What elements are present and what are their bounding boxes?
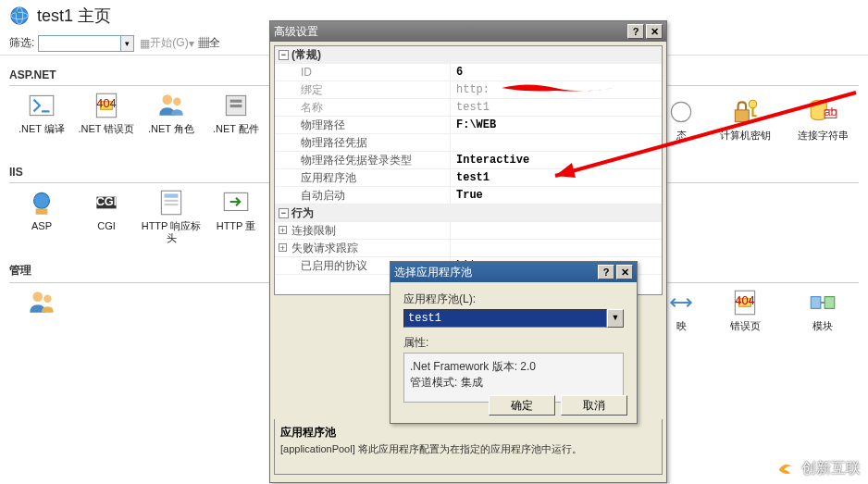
icon-mgmt-item[interactable] bbox=[9, 283, 74, 354]
icon-http-redirect[interactable]: HTTP 重 bbox=[204, 183, 268, 254]
prop-id-val[interactable]: 6 bbox=[451, 64, 662, 81]
select-apppool-dialog: 选择应用程序池 ? ✕ 应用程序池(L): test1 ▼ 属性: .Net F… bbox=[390, 261, 638, 424]
mgmt-icon bbox=[26, 287, 57, 318]
svg-rect-27 bbox=[165, 193, 179, 197]
icon-mapping-partial[interactable]: 映 bbox=[663, 283, 700, 354]
prop-failreq-name[interactable]: +失败请求跟踪 bbox=[275, 240, 451, 256]
svg-point-0 bbox=[11, 7, 28, 24]
combo-dropdown-button[interactable]: ▼ bbox=[607, 309, 624, 328]
svg-text:404: 404 bbox=[96, 96, 116, 110]
watermark: 创新互联 bbox=[775, 458, 861, 478]
svg-text:CGI: CGI bbox=[96, 194, 118, 208]
icon-asp[interactable]: ASP bbox=[9, 183, 74, 254]
svg-rect-11 bbox=[230, 105, 242, 107]
icon-modules[interactable]: 模块 bbox=[790, 283, 855, 354]
dialog-titlebar[interactable]: 高级设置 ? ✕ bbox=[270, 21, 666, 42]
category-behavior[interactable]: 行为 bbox=[275, 205, 662, 222]
icon-status-partial[interactable]: 态 bbox=[663, 93, 700, 163]
page-title: test1 主页 bbox=[37, 5, 111, 27]
svg-rect-46 bbox=[735, 110, 749, 122]
prop-name-val[interactable]: test1 bbox=[451, 99, 662, 116]
watermark-text: 创新互联 bbox=[801, 459, 861, 478]
select-dialog-title: 选择应用程序池 bbox=[394, 265, 472, 280]
right-column: 态 计算机密钥 ab连接字符串 映 404错误页 模块 bbox=[663, 93, 855, 354]
prop-id-name: ID bbox=[275, 64, 451, 81]
prop-path-name: 物理路径 bbox=[275, 117, 451, 133]
property-description: 应用程序池 [applicationPool] 将此应用程序配置为在指定的应用程… bbox=[274, 419, 663, 475]
help-button[interactable]: ? bbox=[627, 24, 644, 39]
icon-machine-key[interactable]: 计算机密钥 bbox=[713, 93, 777, 163]
headers-icon bbox=[155, 187, 187, 218]
category-general[interactable]: (常规) bbox=[275, 46, 662, 64]
prop-logon-name: 物理路径凭据登录类型 bbox=[275, 152, 451, 168]
icon-conn-strings[interactable]: ab连接字符串 bbox=[790, 93, 855, 163]
ok-button[interactable]: 确定 bbox=[489, 395, 555, 416]
prop-cred-val[interactable] bbox=[451, 134, 662, 151]
modules-icon bbox=[807, 287, 838, 318]
svg-rect-28 bbox=[165, 200, 179, 202]
roles-icon bbox=[155, 90, 187, 121]
prop-apppool-name: 应用程序池 bbox=[275, 169, 451, 186]
status-icon bbox=[665, 96, 697, 128]
prop-apppool-val[interactable]: test1 bbox=[451, 169, 662, 186]
svg-rect-10 bbox=[230, 100, 242, 103]
apppool-combo-value: test1 bbox=[403, 309, 607, 328]
icon-net-assemblies[interactable]: .NET 配件 bbox=[204, 86, 268, 156]
svg-point-22 bbox=[34, 192, 50, 208]
select-close-button[interactable]: ✕ bbox=[616, 265, 633, 279]
prop-path-val[interactable]: F:\WEB bbox=[451, 117, 662, 133]
svg-rect-55 bbox=[825, 297, 835, 309]
prop-binding-name: 绑定 bbox=[275, 81, 451, 98]
mapping-icon bbox=[665, 287, 697, 318]
cancel-button[interactable]: 取消 bbox=[561, 395, 627, 416]
svg-point-7 bbox=[162, 94, 172, 105]
svg-text:ab: ab bbox=[824, 105, 837, 118]
icon-error-pages2[interactable]: 404错误页 bbox=[713, 283, 777, 354]
svg-text:404: 404 bbox=[735, 293, 754, 307]
desc-title: 应用程序池 bbox=[280, 425, 656, 441]
prop-connlimit-val[interactable] bbox=[451, 222, 662, 239]
prop-cred-name: 物理路径凭据 bbox=[275, 134, 451, 151]
prop-name-name: 名称 bbox=[275, 99, 451, 116]
desc-text: [applicationPool] 将此应用程序配置为在指定的应用程序池中运行。 bbox=[280, 442, 656, 456]
compile-icon bbox=[26, 90, 57, 121]
svg-point-47 bbox=[749, 100, 757, 108]
filter-input[interactable] bbox=[38, 35, 121, 52]
select-help-button[interactable]: ? bbox=[598, 265, 614, 279]
dialog-title-text: 高级设置 bbox=[274, 24, 318, 40]
error-pages-icon: 404 bbox=[729, 287, 761, 318]
icon-net-roles[interactable]: .NET 角色 bbox=[139, 86, 204, 156]
filter-show-all[interactable]: ▦全 bbox=[198, 35, 220, 51]
filter-dropdown-button[interactable]: ▾ bbox=[121, 35, 134, 52]
svg-point-44 bbox=[43, 295, 52, 304]
svg-rect-29 bbox=[165, 204, 179, 205]
prop-connlimit-name[interactable]: +连接限制 bbox=[275, 222, 451, 239]
redaction-mark bbox=[500, 80, 620, 96]
filter-go[interactable]: ▦ 开始(G) ▾ bbox=[140, 35, 193, 51]
props-label: 属性: bbox=[403, 335, 624, 351]
svg-rect-23 bbox=[36, 208, 48, 214]
icon-net-compile[interactable]: .NET 编译 bbox=[9, 86, 74, 156]
svg-point-45 bbox=[671, 102, 690, 121]
svg-rect-54 bbox=[811, 297, 821, 309]
props-line1: .Net Framework 版本: 2.0 bbox=[410, 359, 617, 375]
icon-cgi[interactable]: CGICGI bbox=[74, 183, 139, 254]
select-dialog-titlebar[interactable]: 选择应用程序池 ? ✕ bbox=[391, 262, 637, 282]
globe-icon bbox=[9, 6, 30, 26]
watermark-logo-icon bbox=[775, 458, 796, 478]
filter-label: 筛选: bbox=[9, 35, 34, 51]
error-page-icon: 404 bbox=[91, 90, 122, 121]
apppool-combobox[interactable]: test1 ▼ bbox=[403, 309, 624, 328]
close-button[interactable]: ✕ bbox=[646, 24, 663, 39]
prop-autostart-val[interactable]: True bbox=[451, 187, 662, 204]
icon-net-error[interactable]: 404.NET 错误页 bbox=[74, 86, 139, 156]
icon-http-headers[interactable]: HTTP 响应标头 bbox=[139, 183, 204, 254]
machine-key-icon bbox=[729, 96, 761, 128]
cgi-icon: CGI bbox=[91, 187, 122, 218]
prop-logon-val[interactable]: Interactive bbox=[451, 152, 662, 168]
apppool-label: 应用程序池(L): bbox=[403, 292, 624, 307]
prop-failreq-val[interactable] bbox=[451, 240, 662, 256]
props-line2: 管道模式: 集成 bbox=[410, 375, 617, 391]
svg-point-43 bbox=[32, 292, 43, 302]
assemblies-icon bbox=[220, 90, 252, 121]
